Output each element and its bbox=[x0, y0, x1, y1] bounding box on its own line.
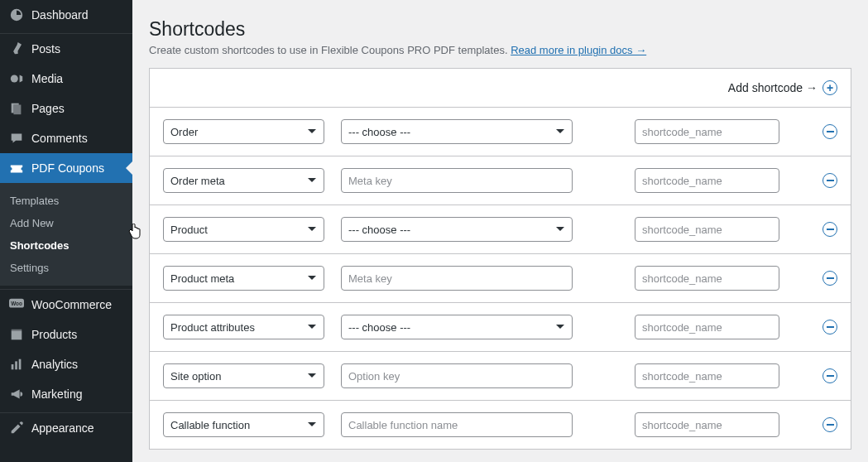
sidebar-item-label: Marketing bbox=[31, 387, 82, 401]
dashboard-icon bbox=[8, 7, 25, 23]
sidebar-item-label: Dashboard bbox=[31, 8, 89, 22]
svg-rect-9 bbox=[15, 361, 17, 369]
remove-row-button[interactable] bbox=[822, 320, 837, 334]
type-select[interactable]: Product meta bbox=[163, 266, 324, 291]
add-shortcode-label: Add shortcode → bbox=[728, 81, 818, 94]
svg-point-0 bbox=[11, 75, 18, 83]
svg-rect-7 bbox=[12, 330, 22, 331]
sidebar-item-comments[interactable]: Comments bbox=[0, 123, 132, 153]
page-title: Shortcodes bbox=[149, 18, 851, 41]
remove-row-button[interactable] bbox=[822, 271, 837, 286]
comments-icon bbox=[8, 130, 25, 147]
shortcode-row: Product--- choose --- bbox=[150, 205, 851, 254]
remove-row-button[interactable] bbox=[822, 222, 837, 237]
sidebar-item-appearance[interactable]: Appearance bbox=[0, 413, 132, 443]
shortcode-row: Order meta bbox=[150, 156, 851, 205]
shortcode-row: Product meta bbox=[150, 254, 851, 303]
shortcode-name-input[interactable] bbox=[635, 217, 779, 242]
sidebar-item-dashboard[interactable]: Dashboard bbox=[0, 0, 132, 30]
pages-icon bbox=[8, 100, 25, 117]
media-icon bbox=[8, 70, 25, 87]
sidebar-item-products[interactable]: Products bbox=[0, 320, 132, 349]
shortcode-row: Order--- choose --- bbox=[150, 108, 851, 156]
type-select[interactable]: Order meta bbox=[163, 168, 324, 193]
shortcode-name-input[interactable] bbox=[635, 412, 779, 437]
desc-text: Create custom shortcodes to use in Flexi… bbox=[149, 44, 511, 56]
sidebar-item-label: Products bbox=[31, 328, 77, 341]
woocommerce-icon: Woo bbox=[8, 296, 25, 313]
remove-row-button[interactable] bbox=[822, 173, 837, 188]
type-select[interactable]: Order bbox=[163, 119, 324, 144]
svg-rect-6 bbox=[12, 331, 22, 340]
shortcode-name-input[interactable] bbox=[635, 363, 779, 388]
value-input[interactable] bbox=[341, 168, 573, 193]
value-select[interactable]: --- choose --- bbox=[341, 315, 573, 339]
admin-sidebar: Dashboard Posts Media Pages Comments PDF… bbox=[0, 0, 132, 462]
value-select[interactable]: --- choose --- bbox=[341, 217, 573, 242]
shortcode-name-input[interactable] bbox=[635, 119, 779, 144]
docs-link[interactable]: Read more in plugin docs → bbox=[511, 44, 646, 56]
sidebar-submenu: Templates Add New Shortcodes Settings bbox=[0, 183, 132, 286]
type-select[interactable]: Callable function bbox=[163, 412, 324, 437]
sidebar-item-woocommerce[interactable]: Woo WooCommerce bbox=[0, 290, 132, 320]
shortcode-name-input[interactable] bbox=[635, 315, 779, 339]
shortcode-name-input[interactable] bbox=[635, 168, 779, 193]
marketing-icon bbox=[8, 386, 25, 402]
svg-text:Woo: Woo bbox=[11, 301, 22, 306]
value-select[interactable]: --- choose --- bbox=[341, 119, 573, 144]
plus-circle-icon: + bbox=[822, 80, 837, 95]
remove-row-button[interactable] bbox=[822, 368, 837, 383]
sidebar-item-posts[interactable]: Posts bbox=[0, 34, 132, 64]
submenu-item-shortcodes[interactable]: Shortcodes bbox=[0, 234, 132, 257]
sidebar-item-pages[interactable]: Pages bbox=[0, 94, 132, 123]
appearance-icon bbox=[8, 420, 25, 436]
sidebar-item-label: PDF Coupons bbox=[31, 161, 104, 175]
sidebar-item-label: Comments bbox=[31, 132, 88, 145]
type-select[interactable]: Product bbox=[163, 217, 324, 242]
sidebar-item-label: Appearance bbox=[31, 421, 94, 435]
svg-rect-10 bbox=[19, 359, 22, 370]
panel-header: Add shortcode → + bbox=[150, 69, 851, 108]
submenu-item-settings[interactable]: Settings bbox=[0, 257, 132, 279]
sidebar-item-analytics[interactable]: Analytics bbox=[0, 349, 132, 379]
products-icon bbox=[8, 326, 25, 343]
shortcode-row: Callable function bbox=[150, 401, 851, 449]
add-shortcode-button[interactable]: Add shortcode → + bbox=[728, 80, 837, 95]
value-input[interactable] bbox=[341, 266, 573, 291]
shortcode-rows: Order--- choose ---Order metaProduct--- … bbox=[150, 108, 851, 449]
shortcode-row: Product attributes--- choose --- bbox=[150, 303, 851, 352]
remove-row-button[interactable] bbox=[822, 417, 837, 432]
analytics-icon bbox=[8, 356, 25, 373]
sidebar-item-marketing[interactable]: Marketing bbox=[0, 379, 132, 409]
coupon-icon bbox=[8, 160, 25, 176]
sidebar-item-pdf-coupons[interactable]: PDF Coupons bbox=[0, 153, 132, 183]
sidebar-item-label: Pages bbox=[31, 102, 65, 115]
svg-rect-8 bbox=[12, 364, 14, 369]
submenu-item-templates[interactable]: Templates bbox=[0, 190, 132, 212]
svg-rect-3 bbox=[13, 105, 21, 115]
sidebar-item-label: Posts bbox=[31, 42, 60, 55]
type-select[interactable]: Site option bbox=[163, 363, 324, 388]
remove-row-button[interactable] bbox=[822, 124, 837, 139]
sidebar-item-label: Media bbox=[31, 72, 63, 85]
sidebar-item-media[interactable]: Media bbox=[0, 64, 132, 94]
shortcodes-panel: Add shortcode → + Order--- choose ---Ord… bbox=[149, 68, 851, 450]
value-input[interactable] bbox=[341, 363, 573, 388]
submenu-item-add-new[interactable]: Add New bbox=[0, 212, 132, 234]
type-select[interactable]: Product attributes bbox=[163, 315, 324, 339]
main-content: Shortcodes Create custom shortcodes to u… bbox=[132, 0, 868, 462]
sidebar-item-label: Analytics bbox=[31, 358, 78, 371]
sidebar-item-label: WooCommerce bbox=[31, 298, 112, 311]
value-input[interactable] bbox=[341, 412, 573, 437]
page-description: Create custom shortcodes to use in Flexi… bbox=[149, 44, 851, 56]
pin-icon bbox=[8, 41, 25, 57]
shortcode-row: Site option bbox=[150, 352, 851, 401]
shortcode-name-input[interactable] bbox=[635, 266, 779, 291]
